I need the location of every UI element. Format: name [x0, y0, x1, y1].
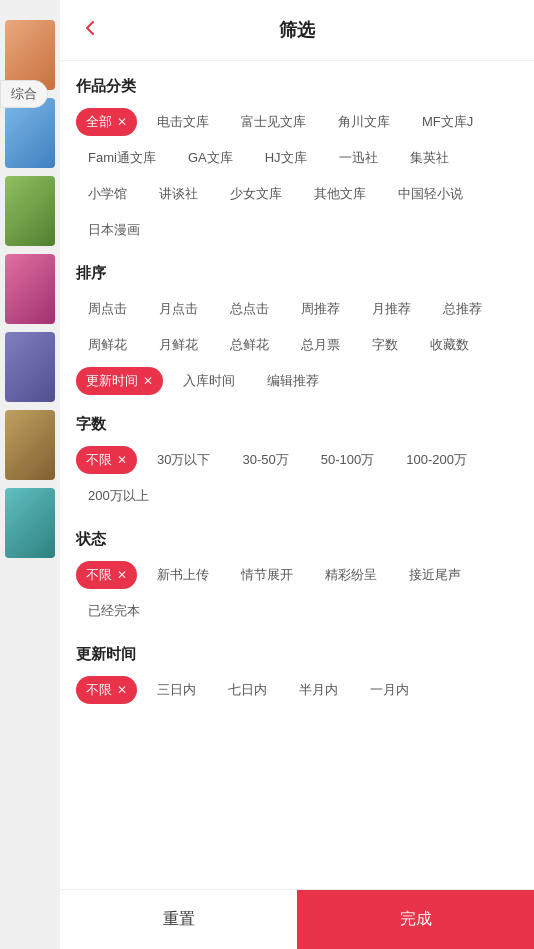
tag-100-200万[interactable]: 100-200万 — [394, 446, 479, 474]
status-title: 状态 — [76, 530, 518, 549]
tag-精彩纷呈[interactable]: 精彩纷呈 — [313, 561, 389, 589]
tag-GA文库[interactable]: GA文库 — [176, 144, 245, 172]
tag-不限[interactable]: 不限✕ — [76, 446, 137, 474]
tag-MF文库J[interactable]: MF文库J — [410, 108, 485, 136]
tag-讲谈社[interactable]: 讲谈社 — [147, 180, 210, 208]
close-icon: ✕ — [117, 453, 127, 467]
tag-HJ文库[interactable]: HJ文库 — [253, 144, 319, 172]
confirm-button[interactable]: 完成 — [297, 890, 534, 949]
sidebar — [0, 0, 60, 949]
tag-收藏数[interactable]: 收藏数 — [418, 331, 481, 359]
category-section: 作品分类 全部✕电击文库富士见文库角川文库MF文库JFami通文库GA文库HJ文… — [76, 77, 518, 244]
tag-三日内[interactable]: 三日内 — [145, 676, 208, 704]
tag-30-50万[interactable]: 30-50万 — [230, 446, 300, 474]
tag-总鲜花[interactable]: 总鲜花 — [218, 331, 281, 359]
tag-角川文库[interactable]: 角川文库 — [326, 108, 402, 136]
sidebar-thumb-3[interactable] — [5, 176, 55, 246]
tag-总点击[interactable]: 总点击 — [218, 295, 281, 323]
close-icon: ✕ — [117, 683, 127, 697]
status-section: 状态 不限✕新书上传情节展开精彩纷呈接近尾声已经完本 — [76, 530, 518, 625]
status-tags: 不限✕新书上传情节展开精彩纷呈接近尾声已经完本 — [76, 561, 518, 625]
header: 筛选 — [60, 0, 534, 61]
update-time-tags: 不限✕三日内七日内半月内一月内 — [76, 676, 518, 704]
close-icon: ✕ — [143, 374, 153, 388]
tag-周点击[interactable]: 周点击 — [76, 295, 139, 323]
tag-小学馆[interactable]: 小学馆 — [76, 180, 139, 208]
tag-全部[interactable]: 全部✕ — [76, 108, 137, 136]
tag-一月内[interactable]: 一月内 — [358, 676, 421, 704]
tag-编辑推荐[interactable]: 编辑推荐 — [255, 367, 331, 395]
update-time-title: 更新时间 — [76, 645, 518, 664]
tag-Fami通文库[interactable]: Fami通文库 — [76, 144, 168, 172]
tag-已经完本[interactable]: 已经完本 — [76, 597, 152, 625]
tag-七日内[interactable]: 七日内 — [216, 676, 279, 704]
footer: 重置 完成 — [60, 889, 534, 949]
tag-不限[interactable]: 不限✕ — [76, 561, 137, 589]
update-time-section: 更新时间 不限✕三日内七日内半月内一月内 — [76, 645, 518, 704]
page-title: 筛选 — [279, 18, 315, 42]
tag-不限[interactable]: 不限✕ — [76, 676, 137, 704]
tag-电击文库[interactable]: 电击文库 — [145, 108, 221, 136]
tag-少女文库[interactable]: 少女文库 — [218, 180, 294, 208]
tag-新书上传[interactable]: 新书上传 — [145, 561, 221, 589]
tag-月推荐[interactable]: 月推荐 — [360, 295, 423, 323]
tag-30万以下[interactable]: 30万以下 — [145, 446, 222, 474]
tag-总月票[interactable]: 总月票 — [289, 331, 352, 359]
back-button[interactable] — [76, 14, 104, 47]
tag-其他文库[interactable]: 其他文库 — [302, 180, 378, 208]
wordcount-title: 字数 — [76, 415, 518, 434]
tag-总推荐[interactable]: 总推荐 — [431, 295, 494, 323]
sidebar-thumb-2[interactable] — [5, 98, 55, 168]
category-tags: 全部✕电击文库富士见文库角川文库MF文库JFami通文库GA文库HJ文库一迅社集… — [76, 108, 518, 244]
main-panel: 筛选 作品分类 全部✕电击文库富士见文库角川文库MF文库JFami通文库GA文库… — [60, 0, 534, 949]
sort-title: 排序 — [76, 264, 518, 283]
tag-月点击[interactable]: 月点击 — [147, 295, 210, 323]
tag-接近尾声[interactable]: 接近尾声 — [397, 561, 473, 589]
tag-一迅社[interactable]: 一迅社 — [327, 144, 390, 172]
tag-50-100万[interactable]: 50-100万 — [309, 446, 386, 474]
tag-入库时间[interactable]: 入库时间 — [171, 367, 247, 395]
wordcount-section: 字数 不限✕30万以下30-50万50-100万100-200万200万以上 — [76, 415, 518, 510]
tag-日本漫画[interactable]: 日本漫画 — [76, 216, 152, 244]
tag-周鲜花[interactable]: 周鲜花 — [76, 331, 139, 359]
tag-富士见文库[interactable]: 富士见文库 — [229, 108, 318, 136]
tag-200万以上[interactable]: 200万以上 — [76, 482, 161, 510]
tag-情节展开[interactable]: 情节展开 — [229, 561, 305, 589]
tag-更新时间[interactable]: 更新时间✕ — [76, 367, 163, 395]
reset-button[interactable]: 重置 — [60, 890, 297, 949]
sidebar-thumb-6[interactable] — [5, 410, 55, 480]
tag-周推荐[interactable]: 周推荐 — [289, 295, 352, 323]
category-title: 作品分类 — [76, 77, 518, 96]
close-icon: ✕ — [117, 115, 127, 129]
sidebar-thumb-5[interactable] — [5, 332, 55, 402]
sidebar-thumb-7[interactable] — [5, 488, 55, 558]
tag-半月内[interactable]: 半月内 — [287, 676, 350, 704]
tag-中国轻小说[interactable]: 中国轻小说 — [386, 180, 475, 208]
content-area: 作品分类 全部✕电击文库富士见文库角川文库MF文库JFami通文库GA文库HJ文… — [60, 61, 534, 889]
zonghe-badge[interactable]: 综合 — [0, 80, 48, 108]
close-icon: ✕ — [117, 568, 127, 582]
sort-section: 排序 周点击月点击总点击周推荐月推荐总推荐周鲜花月鲜花总鲜花总月票字数收藏数更新… — [76, 264, 518, 395]
tag-字数[interactable]: 字数 — [360, 331, 410, 359]
sidebar-thumb-4[interactable] — [5, 254, 55, 324]
sort-tags: 周点击月点击总点击周推荐月推荐总推荐周鲜花月鲜花总鲜花总月票字数收藏数更新时间✕… — [76, 295, 518, 395]
tag-集英社[interactable]: 集英社 — [398, 144, 461, 172]
wordcount-tags: 不限✕30万以下30-50万50-100万100-200万200万以上 — [76, 446, 518, 510]
tag-月鲜花[interactable]: 月鲜花 — [147, 331, 210, 359]
